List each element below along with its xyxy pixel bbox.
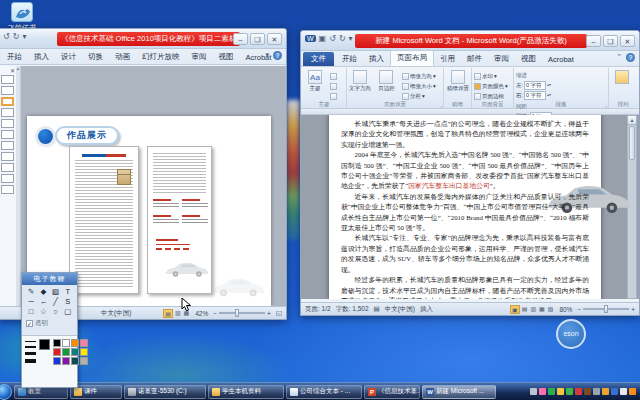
color-swatch[interactable] xyxy=(62,357,70,365)
theme-colors-icon[interactable] xyxy=(330,73,337,80)
zoom-slider-thumb[interactable] xyxy=(604,305,608,313)
highlighter-tool[interactable]: ▧ xyxy=(50,287,62,297)
color-swatch[interactable] xyxy=(62,339,70,347)
ppt-tab-slideshow[interactable]: 幻灯片放映 xyxy=(136,50,186,64)
slide-thumbnail[interactable] xyxy=(1,174,14,183)
zoom-in-icon[interactable]: + xyxy=(631,306,635,313)
save-icon[interactable]: ▣ xyxy=(319,34,327,43)
word-tab-page-layout[interactable]: 页面布局 xyxy=(390,50,434,66)
curve-tool[interactable]: S xyxy=(62,297,74,307)
document-preview-page-1[interactable] xyxy=(69,146,139,294)
slant-line-tool[interactable]: ╱ xyxy=(50,297,62,307)
minimize-button[interactable]: – xyxy=(233,33,248,45)
redo-icon[interactable]: ↻ xyxy=(13,32,20,41)
tray-icon[interactable] xyxy=(629,388,636,395)
word-count[interactable]: 字数: 1,502 xyxy=(336,305,369,314)
themes-button[interactable]: Aa 主题 xyxy=(304,69,326,92)
word-document-area[interactable]: 长城汽车秉承“每天进步一点点”的公司理念，随着企业规模不断扩大，得益于深厚的企业… xyxy=(301,115,639,299)
tray-icon[interactable] xyxy=(548,388,555,395)
slide-thumbnail[interactable] xyxy=(1,75,14,84)
ppt-tab-insert[interactable]: 插入 xyxy=(28,50,55,64)
draft-view-icon[interactable]: ▧ xyxy=(547,305,555,314)
insert-mode-indicator[interactable]: 插入 xyxy=(420,305,433,314)
word-tab-mailings[interactable]: 邮件 xyxy=(461,52,488,66)
tray-icon[interactable] xyxy=(602,388,609,395)
web-layout-view-icon[interactable]: ▥ xyxy=(529,305,537,314)
slide-thumbnail[interactable] xyxy=(1,163,14,172)
qat-dropdown-icon[interactable]: ▾ xyxy=(349,34,353,43)
scrollbar-thumb[interactable] xyxy=(629,126,635,160)
close-button[interactable]: ✕ xyxy=(267,33,282,45)
tray-icon[interactable] xyxy=(575,388,582,395)
word-tab-insert[interactable]: 插入 xyxy=(363,52,390,66)
columns-button[interactable]: 分栏▾ xyxy=(402,91,436,101)
zoom-out-icon[interactable]: − xyxy=(213,310,217,317)
outline-view-icon[interactable]: ▦ xyxy=(538,305,546,314)
margins-button[interactable]: 页边距 xyxy=(375,69,397,92)
fullscreen-view-icon[interactable]: ▤ xyxy=(521,305,529,314)
zoom-slider[interactable]: − + xyxy=(213,310,271,317)
ppt-tab-design[interactable]: 设计 xyxy=(55,50,82,64)
slide-thumbnail[interactable] xyxy=(1,119,14,128)
taskbar-item-student-files[interactable]: 学生本机资料 xyxy=(208,385,284,399)
eraser-tool[interactable]: ◆ xyxy=(37,287,49,297)
taskbar-item-word[interactable]: W 新建 Microsoft ... xyxy=(422,385,496,399)
line-width-option[interactable] xyxy=(25,346,36,348)
undo-icon[interactable]: ↺ xyxy=(329,34,336,43)
slide-thumbnail[interactable] xyxy=(1,108,14,117)
language-indicator[interactable]: 中文(中国) xyxy=(101,309,131,318)
fit-to-window-icon[interactable]: ◱ xyxy=(276,309,282,317)
document-page[interactable]: 长城汽车秉承“每天进步一点点”的公司理念，随着企业规模不断扩大，得益于深厚的企业… xyxy=(329,115,601,299)
zoom-slider-thumb[interactable] xyxy=(235,309,239,317)
tray-icon[interactable] xyxy=(530,388,537,395)
ppt-tab-home[interactable]: 开始 xyxy=(1,50,28,64)
theme-fonts-icon[interactable] xyxy=(330,83,337,90)
color-swatch[interactable] xyxy=(71,339,79,347)
color-swatch[interactable] xyxy=(80,339,88,347)
tray-icon[interactable] xyxy=(584,388,591,395)
orientation-button[interactable]: 纸张方向▾ xyxy=(402,71,436,81)
ribbon-options-icon[interactable]: ▾ xyxy=(265,51,269,60)
slide-thumbnail[interactable] xyxy=(1,130,14,139)
zoom-slider[interactable]: − + xyxy=(577,306,635,313)
arrow-tool[interactable]: ← xyxy=(37,297,49,307)
word-tab-home[interactable]: 开始 xyxy=(336,52,363,66)
scroll-up-icon[interactable]: ▲ xyxy=(628,116,636,125)
tray-icon[interactable] xyxy=(566,388,573,395)
normal-view-icon[interactable]: ▤ xyxy=(163,309,173,318)
color-swatch[interactable] xyxy=(53,339,61,347)
word-tab-file[interactable]: 文件 xyxy=(303,52,334,66)
color-swatch[interactable] xyxy=(53,348,61,356)
dialog-launcher-icon[interactable]: ⌟ xyxy=(605,102,607,108)
line-width-option[interactable] xyxy=(25,341,36,342)
rounded-rect-tool[interactable]: ▢ xyxy=(62,307,74,317)
tray-icon[interactable] xyxy=(557,388,564,395)
taskbar-item-usb-drive[interactable]: 诺基亚-5530 (C:) xyxy=(124,385,206,399)
ppt-titlebar[interactable]: ↺ ↻ ▾ 《信息技术基础 Office 2010项目化教程》项目二素材 (兼容… xyxy=(0,29,286,49)
panel-close-icon[interactable]: ✕ xyxy=(10,67,15,74)
tray-icon[interactable] xyxy=(611,388,618,395)
line-width-option[interactable] xyxy=(25,352,36,355)
ellipse-tool[interactable]: ○ xyxy=(50,307,62,317)
grid-paper-setup-button[interactable]: 稿纸设置 xyxy=(446,69,470,92)
palette-title[interactable]: 电子教鞭 xyxy=(22,273,77,285)
text-direction-button[interactable]: 文字方向 xyxy=(349,69,371,92)
pencil-tool[interactable]: ✎ xyxy=(25,287,37,297)
print-layout-view-icon[interactable]: ▣ xyxy=(510,305,520,314)
color-swatch[interactable] xyxy=(80,357,88,365)
language-indicator[interactable]: 中文(中国) xyxy=(385,305,415,314)
slide-thumbnail[interactable] xyxy=(1,152,14,161)
tray-icon[interactable] xyxy=(593,388,600,395)
position-button[interactable] xyxy=(611,69,633,85)
theme-effects-icon[interactable] xyxy=(330,93,337,100)
taskbar-item-company-doc[interactable]: 公司综合文本 - ... xyxy=(286,385,362,399)
undo-icon[interactable]: ↺ xyxy=(3,32,10,41)
color-swatch[interactable] xyxy=(80,348,88,356)
tray-icon[interactable] xyxy=(539,388,546,395)
transparent-checkbox[interactable]: ✓ 透明 xyxy=(22,317,77,330)
word-titlebar[interactable]: W ▣ ↺ ↻ ▾ 新建 Microsoft Word 文档 - Microso… xyxy=(301,31,639,51)
slide-thumbnail-selected[interactable] xyxy=(1,97,14,106)
start-button[interactable] xyxy=(0,384,12,400)
color-swatch[interactable] xyxy=(71,348,79,356)
word-tab-review[interactable]: 审阅 xyxy=(488,52,515,66)
